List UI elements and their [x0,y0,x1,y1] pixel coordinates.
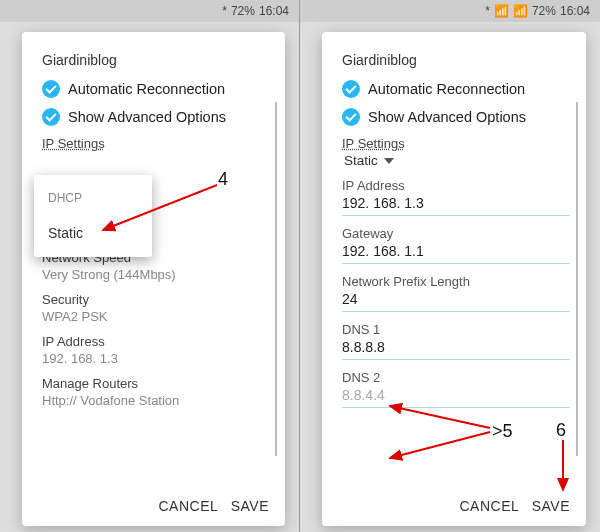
ip-settings-label: IP Settings [342,136,574,151]
auto-reconnect-row[interactable]: Automatic Reconnection [42,80,273,98]
phone-left: * 72% 16:04 < Giardiniblog Automatic Rec… [0,0,300,532]
network-speed-value: Very Strong (144Mbps) [42,267,273,282]
check-icon [42,80,60,98]
security-value: WPA2 PSK [42,309,273,324]
bluetooth-icon: * [485,4,490,18]
save-button[interactable]: SAVE [229,494,271,518]
battery-text: 72% [231,4,255,18]
ip-address-value: 192. 168. 1.3 [42,351,273,366]
dialog-actions: CANCEL SAVE [157,494,272,518]
chevron-down-icon [384,158,394,164]
clock-text: 16:04 [560,4,590,18]
bluetooth-icon: * [222,4,227,18]
network-title: Giardiniblog [42,52,273,68]
scrollbar[interactable] [576,102,578,456]
prefix-label: Network Prefix Length [342,274,570,289]
dns1-label: DNS 1 [342,322,570,337]
network-title: Giardiniblog [342,52,574,68]
check-icon [342,108,360,126]
ip-address-label: IP Address [342,178,570,193]
annotation-4: 4 [218,169,228,190]
gateway-field[interactable]: Gateway 192. 168. 1.1 [342,226,570,264]
scrollbar[interactable] [275,102,277,456]
dns1-input[interactable]: 8.8.8.8 [342,339,570,360]
auto-reconnect-row[interactable]: Automatic Reconnection [342,80,574,98]
battery-text: 72% [532,4,556,18]
status-bar: * 📶 📶 72% 16:04 [300,0,600,22]
show-advanced-row[interactable]: Show Advanced Options [342,108,574,126]
manage-routers-label[interactable]: Manage Routers [42,376,273,391]
show-advanced-row[interactable]: Show Advanced Options [42,108,273,126]
cancel-button[interactable]: CANCEL [157,494,221,518]
ip-settings-label: IP Settings [42,136,273,151]
dns2-label: DNS 2 [342,370,570,385]
gateway-input[interactable]: 192. 168. 1.1 [342,243,570,264]
check-icon [342,80,360,98]
gateway-label: Gateway [342,226,570,241]
ip-settings-value: Static [344,153,378,168]
wifi-icon: 📶 [494,4,509,18]
security-label: Security [42,292,273,307]
auto-reconnect-label: Automatic Reconnection [68,81,225,97]
show-advanced-label: Show Advanced Options [368,109,526,125]
cancel-button[interactable]: CANCEL [458,494,522,518]
status-bar: * 72% 16:04 [0,0,299,22]
check-icon [42,108,60,126]
ip-address-label: IP Address [42,334,273,349]
arrow-4 [95,182,235,242]
dns1-field[interactable]: DNS 1 8.8.8.8 [342,322,570,360]
signal-icon: 📶 [513,4,528,18]
manage-routers-value: Http:// Vodafone Station [42,393,273,408]
ip-address-input[interactable]: 192. 168. 1.3 [342,195,570,216]
wifi-settings-panel: Giardiniblog Automatic Reconnection Show… [22,32,285,526]
svg-line-0 [103,185,217,230]
auto-reconnect-label: Automatic Reconnection [368,81,525,97]
clock-text: 16:04 [259,4,289,18]
ip-address-field[interactable]: IP Address 192. 168. 1.3 [342,178,570,216]
annotation-5: >5 [492,421,513,442]
show-advanced-label: Show Advanced Options [68,109,226,125]
svg-line-1 [390,406,490,428]
svg-line-2 [390,432,490,458]
prefix-input[interactable]: 24 [342,291,570,312]
annotation-6: 6 [556,420,566,441]
arrow-5a [380,400,510,470]
prefix-field[interactable]: Network Prefix Length 24 [342,274,570,312]
arrow-6 [553,438,573,498]
ip-settings-dropdown[interactable]: Static [344,153,574,168]
